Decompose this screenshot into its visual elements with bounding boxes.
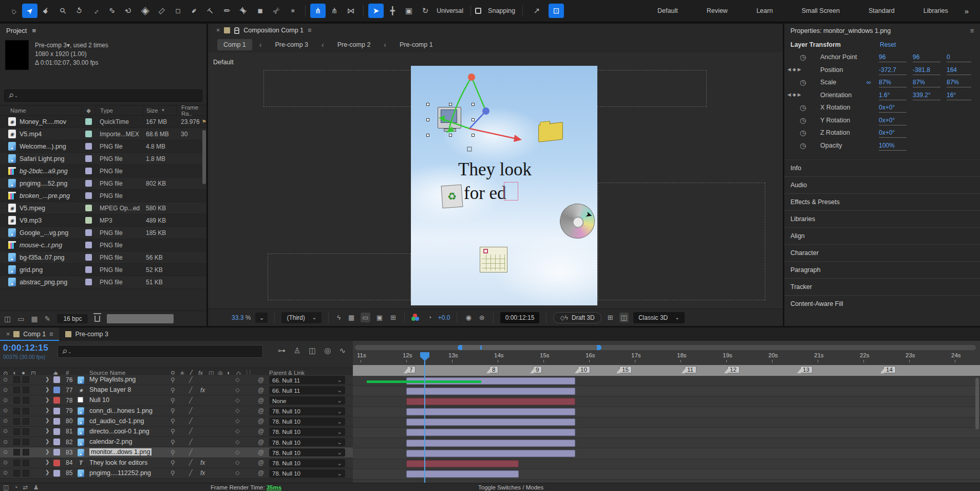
gizmo-tool-button[interactable]: ▣ <box>401 4 417 18</box>
layer-audio-toggle[interactable] <box>13 376 20 383</box>
parent-pickwhip-icon[interactable]: @ <box>258 407 264 414</box>
channel-rgb-icon[interactable] <box>411 314 422 322</box>
panel-menu-icon[interactable]: ≡ <box>32 27 36 34</box>
workspace-item[interactable]: Learn <box>742 7 787 14</box>
graph-editor-icon[interactable]: ∿ <box>339 346 346 355</box>
layer-lock-toggle[interactable] <box>23 470 29 477</box>
layer-lock-toggle[interactable] <box>23 408 29 414</box>
project-row[interactable]: Google_...vg.png PNG file 185 KB ⚑ <box>0 227 206 239</box>
axis-mode-button[interactable]: ⋈ <box>343 4 359 18</box>
time-ruler[interactable]: 11s12s13s14s15s16s17s18s19s20s21s22s23s2… <box>353 352 980 365</box>
render-time-icon[interactable]: ♟ <box>33 484 39 491</box>
layer-source-name[interactable]: directo...cool-0 1.png <box>89 428 149 435</box>
time-navigator[interactable] <box>355 345 976 350</box>
label-color-swatch[interactable] <box>85 266 92 273</box>
layer-audio-toggle[interactable] <box>13 439 20 445</box>
layer-audio-toggle[interactable] <box>13 408 20 414</box>
property-value-x[interactable]: 96 <box>879 53 907 62</box>
gizmo-mode-label[interactable]: Universal <box>437 7 463 14</box>
expand-layer-icon[interactable]: ❯ <box>45 387 49 392</box>
panel-menu-icon[interactable]: ≡ <box>970 27 974 34</box>
layer-shy-icon[interactable]: ⚲ <box>171 397 175 404</box>
layer-duration-bar[interactable] <box>406 398 575 405</box>
navigator-start-handle[interactable] <box>458 345 462 350</box>
snapping-checkbox[interactable] <box>475 8 481 14</box>
layer-lock-toggle[interactable] <box>23 418 29 425</box>
layer-visibility-icon[interactable]: ⊙ <box>3 376 8 383</box>
layer-3d-icon[interactable]: ◇ <box>235 459 239 466</box>
breadcrumb-item[interactable]: Pre-comp 2 <box>331 39 377 50</box>
composition-marker[interactable]: 12 <box>727 366 740 373</box>
property-value-x[interactable]: -372.7 <box>879 66 907 75</box>
expand-transfer-controls-icon[interactable]: ◫ <box>3 484 9 491</box>
parent-pickwhip-icon[interactable]: @ <box>258 439 264 446</box>
workspace-item[interactable]: Standard <box>854 7 909 14</box>
layer-shy-icon[interactable]: ⚲ <box>171 376 175 384</box>
panel-section-item[interactable]: Audio <box>784 176 980 193</box>
layer-quality-icon[interactable]: ╱ <box>189 407 193 414</box>
motion-blur-icon[interactable]: ◎ <box>324 346 331 355</box>
exposure-value[interactable]: +0.0 <box>438 314 450 321</box>
layer-fx-icon[interactable]: fx <box>200 459 205 466</box>
region-of-interest-icon[interactable]: ▭ <box>361 313 370 322</box>
layer-label-swatch[interactable] <box>53 376 60 383</box>
property-value-x[interactable]: 87% <box>879 79 907 87</box>
stopwatch-icon[interactable]: ◷ <box>800 103 806 112</box>
calendar-layer[interactable] <box>480 247 507 272</box>
layer-label-swatch[interactable] <box>53 470 60 477</box>
bit-depth-button[interactable]: 16 bpc <box>57 314 88 323</box>
property-value-x[interactable]: 100% <box>879 142 907 151</box>
tool-button[interactable]: ▭ <box>154 4 169 18</box>
property-value-y[interactable]: 96 <box>913 53 940 62</box>
layer-lock-toggle[interactable] <box>23 460 29 466</box>
navigator-end-handle[interactable] <box>597 345 601 350</box>
layer-row[interactable]: ⊙ ❯ 84 They look for editors ⚲ ╱ fx ◇ @ … <box>0 458 353 468</box>
next-keyframe-icon[interactable]: ▶ <box>798 67 801 72</box>
layer-row[interactable]: ⊙ ❯ 82 calendar-2.png ⚲ ╱ fx ◇ @ 78. Nul… <box>0 437 353 447</box>
prev-keyframe-icon[interactable]: ◀ <box>787 92 791 97</box>
parent-pickwhip-icon[interactable]: @ <box>258 459 264 466</box>
label-color-swatch[interactable] <box>85 229 92 236</box>
layer-quality-icon[interactable]: ╱ <box>189 376 193 383</box>
close-icon[interactable]: × <box>216 27 220 34</box>
column-type[interactable]: Type <box>96 105 143 115</box>
layer-source-name[interactable]: pngimg....112252.png <box>89 469 151 477</box>
layer-quality-icon[interactable]: ╱ <box>189 469 193 476</box>
expand-layer-icon[interactable]: ❯ <box>45 469 49 475</box>
extra-tool-button[interactable]: ⊡ <box>549 4 564 18</box>
close-icon[interactable]: × <box>6 331 10 338</box>
3d-transform-gizmo[interactable] <box>420 66 531 153</box>
composition-marker[interactable]: 13 <box>800 366 813 373</box>
tool-button[interactable]: ➤ <box>22 4 37 18</box>
axis-mode-button[interactable]: ⋔ <box>327 4 342 18</box>
timeline-scrollbar[interactable] <box>975 378 979 429</box>
layer-3d-icon[interactable]: ◇ <box>235 449 239 456</box>
layer-label-swatch[interactable] <box>53 397 60 404</box>
layer-3d-icon[interactable]: ◇ <box>235 428 239 434</box>
layer-3d-icon[interactable]: ◇ <box>235 387 239 393</box>
parent-pickwhip-icon[interactable]: @ <box>258 387 264 394</box>
snapshot-camera-icon[interactable]: ◉ <box>464 313 473 322</box>
layer-visibility-icon[interactable]: ⊙ <box>3 417 8 424</box>
parent-pickwhip-icon[interactable]: @ <box>258 397 264 404</box>
layer-label-swatch[interactable] <box>53 460 60 466</box>
parent-dropdown[interactable]: 78. Null 10⌄ <box>269 438 345 446</box>
layer-quality-icon[interactable]: ╱ <box>189 449 193 456</box>
layer-audio-toggle[interactable] <box>13 460 20 466</box>
layer-source-name[interactable]: They look for editors <box>89 459 147 466</box>
reset-button[interactable]: Reset <box>880 41 896 48</box>
expand-layer-icon[interactable]: ❯ <box>45 428 49 433</box>
layer-3d-icon[interactable]: ◇ <box>235 407 239 414</box>
expand-layer-icon[interactable]: ❯ <box>45 397 49 403</box>
layer-lock-toggle[interactable] <box>23 439 29 445</box>
layer-quality-icon[interactable]: ╱ <box>189 439 193 445</box>
layer-shy-icon[interactable]: ⚲ <box>171 428 175 435</box>
workspace-item[interactable]: Small Screen <box>787 7 854 14</box>
ground-plane-icon[interactable]: ⊞ <box>606 313 615 322</box>
recycle-bin-layer[interactable]: ♻ <box>441 185 463 209</box>
layer-label-swatch[interactable] <box>53 428 60 435</box>
layer-lock-toggle[interactable] <box>23 428 29 435</box>
view-options-icon[interactable]: ⊞ <box>389 313 398 322</box>
layer-lock-toggle[interactable] <box>23 449 29 456</box>
tool-button[interactable]: ⌂ <box>6 4 21 18</box>
